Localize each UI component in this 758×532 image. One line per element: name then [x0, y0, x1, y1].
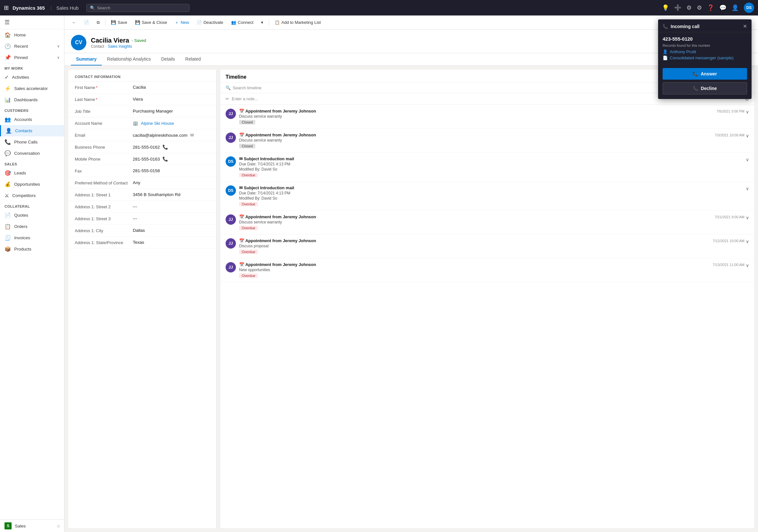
- field-job-title: Job Title Purchasing Manager: [68, 105, 216, 117]
- lightbulb-icon[interactable]: 💡: [662, 4, 669, 11]
- sidebar-label-products: Products: [14, 247, 31, 252]
- decline-label: Decline: [701, 86, 717, 91]
- mywork-section-label: My Work: [0, 63, 64, 72]
- new-button[interactable]: ＋ New: [171, 18, 192, 28]
- tab-details[interactable]: Details: [156, 53, 180, 65]
- tl-chevron-1[interactable]: ∨: [746, 133, 749, 138]
- tl-chevron-2[interactable]: ∨: [746, 157, 749, 162]
- field-label-address-city: Address 1: City: [75, 228, 129, 233]
- filter-icon[interactable]: ⚙: [686, 4, 692, 11]
- sidebar-item-quotes[interactable]: 📄 Quotes: [0, 210, 64, 221]
- sidebar-item-contacts[interactable]: 👤 Contacts: [0, 125, 64, 136]
- decline-button[interactable]: 📞 Decline: [663, 82, 747, 94]
- sales-section-label: Sales: [0, 159, 64, 167]
- tl-title-5: 📅 Appointment from Jeremy Johnson: [239, 238, 707, 243]
- tl-sub-5: Discuss proposal: [239, 244, 707, 248]
- connect-button[interactable]: 👥 Connect: [227, 18, 257, 27]
- sidebar-item-dashboards[interactable]: 📊 Dashboards: [0, 94, 64, 105]
- field-value-account-name[interactable]: 🏢 Alpine Ski House: [133, 121, 210, 126]
- sidebar-toggle[interactable]: ☰: [0, 16, 64, 29]
- sidebar-item-sales-bottom[interactable]: S Sales ◇: [0, 519, 64, 532]
- mobile-phone-icon[interactable]: 📞: [162, 157, 168, 161]
- sidebar-label-orders: Orders: [14, 224, 27, 229]
- email-copy-icon[interactable]: ✉: [190, 132, 194, 138]
- tl-title-6: 📅 Appointment from Jeremy Johnson: [239, 262, 707, 267]
- dropdown-button[interactable]: ▾: [258, 18, 267, 27]
- field-value-mobile-phone: 281-555-0163 📞: [133, 157, 210, 161]
- contact-insights[interactable]: Sales Insights: [108, 44, 132, 49]
- plus-icon[interactable]: ➕: [674, 4, 681, 11]
- sidebar-item-home[interactable]: 🏠 Home: [0, 29, 64, 41]
- timeline-panel: Timeline 🔍 Search timeline ✏ Enter a not…: [221, 70, 754, 528]
- sidebar-item-invoices[interactable]: 🧾 Invoices: [0, 232, 64, 243]
- tl-chevron-4[interactable]: ∨: [746, 215, 749, 220]
- sidebar-item-recent[interactable]: 🕐 Recent ∨: [0, 41, 64, 52]
- sidebar-item-phone-calls[interactable]: 📞 Phone Calls: [0, 136, 64, 148]
- products-icon: 📦: [5, 246, 11, 252]
- pinned-icon: 📌: [5, 54, 11, 61]
- hub-title: Sales Hub: [56, 5, 79, 11]
- sidebar-item-accounts[interactable]: 👥 Accounts: [0, 114, 64, 125]
- contact-info-section-title: CONTACT INFORMATION: [68, 70, 216, 82]
- sidebar-item-conversation[interactable]: 💬 Conversation: [0, 148, 64, 159]
- timeline-item-2: DS ✉ Subject Introduction mail Due Date:…: [221, 153, 754, 182]
- pinned-expand-icon: ∨: [57, 55, 60, 60]
- popup-record-messenger[interactable]: 📄 Consolidated messenger (sample): [663, 55, 747, 60]
- tl-title-0: 📅 Appointment from Jeremy Johnson: [239, 109, 710, 114]
- field-label-fax: Fax: [75, 168, 129, 173]
- deactivate-button[interactable]: 📄 Deactivate: [193, 18, 226, 27]
- answer-button[interactable]: 📞 Answer: [663, 68, 747, 80]
- duplicate-button[interactable]: ⧉: [93, 18, 103, 27]
- tl-chevron-6[interactable]: ∨: [746, 263, 749, 268]
- search-bar[interactable]: 🔍 Search: [86, 4, 190, 12]
- user-avatar[interactable]: DS: [744, 3, 754, 13]
- tl-sub-3b: Modified By: David So: [239, 196, 742, 200]
- field-label-last-name: Last Name*: [75, 97, 129, 102]
- tl-chevron-5[interactable]: ∨: [746, 239, 749, 244]
- popup-buttons: 📞 Answer 📞 Decline: [658, 65, 751, 99]
- record-icon-button[interactable]: 📄: [80, 18, 92, 27]
- tab-relationship[interactable]: Relationship Analytics: [102, 53, 156, 65]
- tl-right-2: ∨: [746, 157, 749, 162]
- sidebar-item-leads[interactable]: 🎯 Leads: [0, 167, 64, 179]
- save-close-button[interactable]: 💾 Save & Close: [131, 18, 171, 27]
- tl-badge-1: Closed: [239, 144, 255, 148]
- tl-chevron-3[interactable]: ∨: [746, 186, 749, 191]
- chat-icon[interactable]: 💬: [719, 4, 726, 11]
- app-title: Dynamics 365: [13, 5, 45, 11]
- field-label-preferred-contact: Preferred Method of Contact: [75, 180, 129, 185]
- add-to-marketing-list-button[interactable]: 📋 Add to Marketing List: [271, 18, 324, 27]
- sidebar-item-products[interactable]: 📦 Products: [0, 243, 64, 255]
- activities-icon: ✓: [5, 74, 9, 80]
- sidebar-item-competitors[interactable]: ⚔ Competitors: [0, 190, 64, 201]
- timeline-search-icon: 🔍: [225, 86, 231, 90]
- sales-accelerator-icon: ⚡: [5, 86, 11, 91]
- sidebar-item-opportunities[interactable]: 💰 Opportunities: [0, 179, 64, 190]
- tl-chevron-0[interactable]: ∨: [746, 109, 749, 115]
- sidebar-item-activities[interactable]: ✓ Activities: [0, 72, 64, 83]
- decline-phone-icon: 📞: [693, 86, 698, 91]
- grid-icon[interactable]: ⊞: [4, 4, 9, 11]
- sidebar-item-sales-accelerator[interactable]: ⚡ Sales accelerator: [0, 83, 64, 94]
- tab-summary[interactable]: Summary: [71, 53, 102, 65]
- tl-right-1: 7/3/2021 10:00 AM ∨: [712, 132, 749, 138]
- settings-icon[interactable]: ⚙: [697, 4, 702, 11]
- field-label-first-name: First Name*: [75, 85, 129, 90]
- back-button[interactable]: ←: [68, 18, 80, 27]
- save-button[interactable]: 💾 Save: [107, 18, 131, 27]
- field-label-job-title: Job Title: [75, 109, 129, 114]
- field-value-last-name: Viera: [133, 97, 210, 102]
- sidebar-item-pinned[interactable]: 📌 Pinned ∨: [0, 52, 64, 63]
- business-phone-icon[interactable]: 📞: [162, 144, 168, 150]
- person-icon[interactable]: 👤: [732, 4, 739, 11]
- sidebar-item-orders[interactable]: 📋 Orders: [0, 221, 64, 232]
- popup-close-button[interactable]: ✕: [743, 23, 747, 29]
- tab-related[interactable]: Related: [180, 53, 206, 65]
- popup-title-text: Incoming call: [671, 24, 699, 29]
- tl-date-0: 7/5/2021 3:00 PM: [716, 109, 744, 113]
- help-icon[interactable]: ❓: [707, 4, 714, 11]
- tl-body-1: 📅 Appointment from Jeremy Johnson Discus…: [239, 132, 709, 148]
- popup-record-anthony[interactable]: 👤 Anthony Pruitt: [663, 49, 747, 54]
- timeline-item-6: JJ 📅 Appointment from Jeremy Johnson New…: [221, 258, 754, 282]
- marketing-icon: 📋: [275, 20, 280, 25]
